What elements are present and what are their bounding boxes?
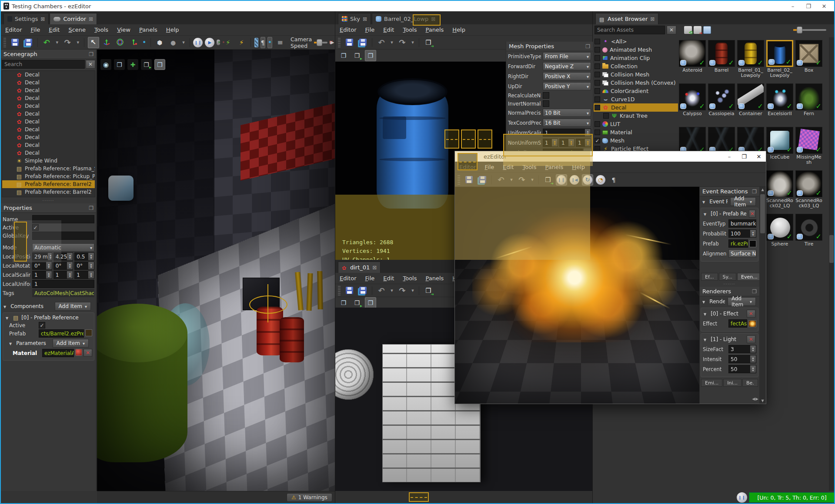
- scenegraph-item[interactable]: Simple Wind: [2, 157, 95, 165]
- save-button[interactable]: [344, 285, 355, 296]
- panel-splitter[interactable]: [1, 198, 96, 203]
- float-panel-icon[interactable]: [89, 51, 94, 57]
- asset-type-item[interactable]: Mesh: [594, 136, 678, 145]
- scenegraph-item[interactable]: Decal: [2, 141, 95, 149]
- asset-thumbnail[interactable]: ✓: [795, 170, 822, 197]
- expand-viewport-icon[interactable]: [127, 59, 138, 70]
- pause-log-button[interactable]: [737, 492, 747, 503]
- asset-card[interactable]: ✓ Tire: [795, 214, 822, 255]
- tool-dropdown-icon[interactable]: [181, 37, 186, 48]
- close-tab-icon[interactable]: [372, 264, 377, 271]
- scale-y-stepper[interactable]: 1: [53, 271, 73, 279]
- rotate-tool-button[interactable]: [115, 37, 126, 48]
- asset-card[interactable]: ✓ ScannedRock03_LQ: [795, 170, 822, 211]
- layers-icon[interactable]: [338, 297, 349, 308]
- rotation-z-stepper[interactable]: 0°: [74, 262, 94, 270]
- type-filter-checkbox[interactable]: [595, 39, 600, 44]
- asset-thumbnail[interactable]: ✓: [766, 127, 793, 154]
- panel-splitter[interactable]: [700, 282, 759, 287]
- float-panel-icon[interactable]: [89, 205, 94, 211]
- asset-type-item[interactable]: Kraut Tree: [594, 112, 678, 120]
- render-mode-toggle[interactable]: [254, 38, 258, 47]
- collapse-icon[interactable]: [704, 211, 708, 217]
- type-filter-checkbox[interactable]: [595, 121, 600, 127]
- asset-scrollbar[interactable]: [829, 37, 834, 491]
- rotation-y-stepper[interactable]: 0°: [53, 262, 73, 270]
- asset-thumbnail[interactable]: ✓: [679, 127, 706, 154]
- remove-renderer-button[interactable]: [747, 310, 755, 318]
- transform-asset-button[interactable]: [423, 37, 434, 48]
- property-dropdown[interactable]: 16 Bit: [543, 119, 591, 127]
- property-stepper[interactable]: 3: [728, 345, 756, 353]
- loop-effect-button[interactable]: [583, 175, 592, 185]
- float-panel-icon[interactable]: [752, 188, 757, 195]
- type-filter-checkbox[interactable]: [603, 113, 609, 119]
- add-event-reaction-button[interactable]: Add Item: [730, 197, 756, 206]
- particle-scrollbar[interactable]: [759, 187, 766, 404]
- asset-type-item[interactable]: Collision Mesh (Convex): [594, 79, 678, 87]
- render-list-icon[interactable]: [274, 37, 286, 48]
- tab-settings[interactable]: Settings: [3, 13, 49, 24]
- scale-z-stepper[interactable]: 1: [74, 271, 94, 279]
- asset-thumbnail[interactable]: ✓: [795, 127, 822, 154]
- menu-item[interactable]: Edit: [49, 27, 60, 33]
- tags-dropdown[interactable]: AutoColMesh|CastShadow: [32, 289, 94, 297]
- float-panel-icon[interactable]: [752, 288, 757, 295]
- prefab-asset-field[interactable]: cts/Barrel2.ezPrefab: [39, 329, 84, 338]
- maximize-button[interactable]: ❐: [801, 2, 816, 10]
- import-assets-icon[interactable]: [684, 26, 692, 34]
- type-filter-checkbox[interactable]: [595, 55, 600, 61]
- type-filter-checkbox[interactable]: [595, 63, 600, 69]
- asset-thumbnail[interactable]: ✓: [766, 83, 793, 110]
- menu-item[interactable]: Panels: [425, 275, 444, 282]
- asset-thumbnail[interactable]: ✓: [737, 127, 764, 154]
- property-field[interactable]: burnmark: [728, 219, 756, 228]
- toolbar-grip[interactable]: [338, 286, 341, 295]
- menu-item[interactable]: Editor: [340, 275, 356, 282]
- asset-card[interactable]: ✓ Barrel: [708, 40, 735, 81]
- asset-swatch[interactable]: [749, 240, 756, 247]
- scene-viewport[interactable]: [97, 50, 335, 491]
- scenegraph-item[interactable]: Prefab Reference: Barrel2: [2, 180, 95, 188]
- asset-type-item[interactable]: Material: [594, 128, 678, 136]
- undo-dropdown-icon[interactable]: [389, 37, 394, 48]
- material-asset-field[interactable]: ezMaterialAsset: [42, 349, 74, 357]
- menu-item[interactable]: Panels: [425, 27, 444, 33]
- clear-search-icon[interactable]: [86, 60, 95, 69]
- property-dropdown[interactable]: Positive X: [543, 72, 591, 80]
- asset-card[interactable]: ✓ Asteroid: [679, 40, 706, 81]
- asset-thumbnail[interactable]: ✓: [737, 83, 764, 110]
- particle-viewport[interactable]: [455, 187, 699, 404]
- undo-button[interactable]: [376, 37, 387, 48]
- property-dropdown[interactable]: Positive Y: [543, 82, 591, 90]
- scenegraph-item[interactable]: Decal: [2, 133, 95, 141]
- select-tool-button[interactable]: [88, 37, 99, 48]
- menu-item[interactable]: Edit: [383, 27, 394, 33]
- component-active-checkbox[interactable]: [39, 322, 45, 328]
- redo-button[interactable]: [516, 174, 528, 186]
- sphere-tool-button[interactable]: [167, 37, 179, 48]
- menu-item[interactable]: Edit: [383, 275, 394, 282]
- effect-thumbnail[interactable]: [748, 320, 756, 327]
- minimize-button[interactable]: –: [785, 2, 800, 10]
- screenshot-icon[interactable]: [154, 59, 165, 70]
- asset-card[interactable]: ✓ Sphere: [766, 214, 793, 255]
- menu-item[interactable]: Tools: [403, 275, 417, 282]
- scenegraph-search-input[interactable]: [2, 60, 85, 69]
- save-button[interactable]: [9, 37, 20, 48]
- redo-dropdown-icon[interactable]: [410, 285, 415, 296]
- property-checkbox[interactable]: [543, 100, 549, 107]
- close-tab-icon[interactable]: [40, 16, 45, 22]
- tab-corridor[interactable]: Corridor: [50, 13, 97, 24]
- clear-search-icon[interactable]: [667, 26, 676, 34]
- panel-tab[interactable]: Emi...: [701, 379, 722, 387]
- menu-item[interactable]: File: [484, 164, 494, 170]
- pipeline-toggle[interactable]: [608, 174, 619, 186]
- asset-thumbnail[interactable]: ✓: [708, 83, 735, 110]
- menu-item[interactable]: Help: [166, 27, 179, 33]
- asset-card[interactable]: ✓ ScannedRock02_LQ: [766, 170, 793, 211]
- type-filter-checkbox[interactable]: [595, 72, 600, 77]
- float-panel-icon[interactable]: [585, 43, 590, 50]
- scenegraph-item[interactable]: Decal: [2, 149, 95, 157]
- asset-thumbnail[interactable]: ✓: [708, 40, 735, 67]
